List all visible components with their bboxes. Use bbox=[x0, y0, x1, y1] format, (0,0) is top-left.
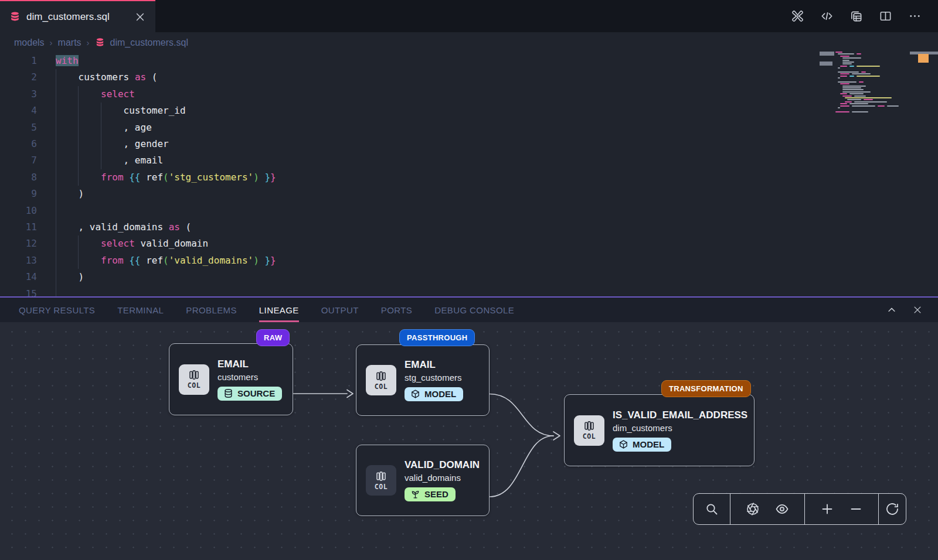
line-number: 5 bbox=[0, 119, 37, 136]
column-type-box: COL bbox=[179, 364, 209, 395]
toolbar-group bbox=[694, 494, 730, 524]
lineage-badge-passthrough: PASSTHROUGH bbox=[399, 329, 475, 346]
ide-window: dim_customers.sql models›marts›dim_custo… bbox=[0, 0, 938, 560]
line-numbers: 123456789101112131415 bbox=[0, 53, 37, 296]
breadcrumb-file[interactable]: dim_customers.sql bbox=[110, 37, 188, 48]
column-type-label: COL bbox=[375, 383, 388, 391]
close-icon[interactable] bbox=[912, 305, 923, 315]
line-number: 11 bbox=[0, 219, 37, 235]
node-column-name: IS_VALID_EMAIL_ADDRESS bbox=[613, 409, 747, 421]
line-number: 4 bbox=[0, 103, 37, 119]
zoom-out-button[interactable] bbox=[849, 502, 863, 516]
node-type-label: SEED bbox=[424, 489, 448, 499]
line-number: 13 bbox=[0, 252, 37, 269]
toolbar-group bbox=[730, 494, 804, 524]
editor-tabbar: dim_customers.sql bbox=[0, 0, 938, 32]
code-line: ) bbox=[56, 186, 276, 202]
lineage-toolbar bbox=[693, 493, 906, 525]
overview-ruler-marker bbox=[918, 54, 929, 63]
node-type-pill-seed: SEED bbox=[405, 487, 456, 501]
column-type-label: COL bbox=[188, 381, 200, 390]
cube-icon bbox=[618, 439, 628, 449]
edge-stg_customers-to-dim_customers bbox=[490, 394, 553, 436]
lineage-badge-transformation: TRANSFORMATION bbox=[661, 380, 751, 397]
tab-dim-customers-sql[interactable]: dim_customers.sql bbox=[0, 0, 155, 32]
more-icon[interactable] bbox=[908, 9, 922, 23]
indent-guide bbox=[78, 235, 79, 269]
lineage-node-customers[interactable]: COLEMAILcustomersSOURCE bbox=[169, 343, 293, 415]
column-type-box: COL bbox=[366, 365, 396, 395]
code-line bbox=[56, 203, 276, 219]
code-line: , age bbox=[56, 119, 276, 136]
panel-tab-problems[interactable]: PROBLEMS bbox=[186, 298, 237, 322]
panel-tab-ports[interactable]: PORTS bbox=[381, 298, 412, 322]
toolbar-group bbox=[804, 494, 878, 524]
database-icon bbox=[9, 11, 21, 22]
edge-arrowhead-dim_customers bbox=[553, 432, 560, 440]
line-number: 1 bbox=[0, 53, 37, 69]
line-number: 9 bbox=[0, 186, 37, 202]
panel-tab-terminal[interactable]: TERMINAL bbox=[117, 298, 164, 322]
panel-tab-debug-console[interactable]: DEBUG CONSOLE bbox=[434, 298, 514, 322]
lineage-node-dim_customers[interactable]: COLIS_VALID_EMAIL_ADDRESSdim_customersMO… bbox=[564, 394, 755, 466]
tab-title: dim_customers.sql bbox=[26, 11, 128, 23]
indent-guide bbox=[78, 86, 79, 186]
columns-icon bbox=[188, 369, 200, 381]
minimap[interactable] bbox=[835, 52, 900, 113]
query-results-table-icon[interactable] bbox=[849, 9, 863, 23]
toolbar-group bbox=[878, 494, 906, 524]
line-number: 8 bbox=[0, 169, 37, 186]
column-type-box: COL bbox=[366, 465, 396, 496]
code-lines: with customers as ( select customer_id ,… bbox=[56, 53, 276, 296]
node-type-pill-model: MODEL bbox=[613, 438, 671, 452]
node-type-pill-source: SOURCE bbox=[217, 387, 282, 401]
line-number: 7 bbox=[0, 152, 37, 169]
breadcrumb: models›marts›dim_customers.sql bbox=[0, 32, 938, 53]
column-type-label: COL bbox=[583, 432, 596, 441]
refresh-button[interactable] bbox=[885, 502, 899, 516]
split-editor-icon[interactable] bbox=[879, 9, 892, 23]
bottom-panel-tabs: QUERY RESULTSTERMINALPROBLEMSLINEAGEOUTP… bbox=[0, 296, 938, 322]
edge-valid_domains-to-dim_customers bbox=[490, 436, 553, 497]
code-line bbox=[56, 285, 276, 296]
node-table-name: stg_customers bbox=[405, 373, 463, 383]
columns-icon bbox=[583, 420, 595, 432]
zoom-in-button[interactable] bbox=[820, 502, 834, 516]
indent-guide bbox=[101, 103, 101, 169]
seedling-icon bbox=[410, 489, 420, 499]
eye-button[interactable] bbox=[775, 502, 789, 516]
lineage-badge-raw: RAW bbox=[256, 329, 290, 346]
dbt-logo-icon[interactable] bbox=[791, 9, 804, 23]
code-line: from {{ ref('valid_domains') }} bbox=[56, 252, 276, 269]
cube-icon bbox=[410, 389, 420, 399]
breadcrumb-item[interactable]: marts bbox=[58, 37, 81, 48]
node-column-name: EMAIL bbox=[405, 359, 463, 371]
line-number: 2 bbox=[0, 69, 37, 86]
panel-actions bbox=[886, 298, 938, 322]
node-type-label: MODEL bbox=[424, 389, 456, 399]
breadcrumb-separator: › bbox=[87, 37, 90, 47]
lineage-canvas[interactable]: COLEMAILcustomersSOURCERAWCOLEMAILstg_cu… bbox=[0, 322, 938, 560]
panel-tab-lineage[interactable]: LINEAGE bbox=[259, 298, 299, 322]
search-button[interactable] bbox=[705, 502, 719, 516]
panel-tab-output[interactable]: OUTPUT bbox=[321, 298, 359, 322]
minimap-match-marker bbox=[820, 62, 832, 66]
edge-arrowhead-stg_customers bbox=[347, 390, 353, 398]
panel-tab-query-results[interactable]: QUERY RESULTS bbox=[19, 298, 95, 322]
code-icon[interactable] bbox=[820, 9, 834, 23]
code-line: , gender bbox=[56, 136, 276, 152]
breadcrumb-item[interactable]: models bbox=[14, 37, 45, 48]
code-editor[interactable]: 123456789101112131415 with customers as … bbox=[0, 53, 938, 296]
close-icon[interactable] bbox=[134, 11, 146, 23]
breadcrumb-separator: › bbox=[50, 37, 53, 47]
aperture-button[interactable] bbox=[746, 502, 760, 516]
line-number: 14 bbox=[0, 269, 37, 285]
code-line: ) bbox=[56, 269, 276, 285]
line-number: 15 bbox=[0, 286, 37, 296]
lineage-node-stg_customers[interactable]: COLEMAILstg_customersMODEL bbox=[356, 344, 490, 416]
lineage-node-valid_domains[interactable]: COLVALID_DOMAINvalid_domainsSEED bbox=[356, 445, 490, 516]
column-type-box: COL bbox=[574, 415, 604, 446]
database-icon bbox=[223, 388, 233, 398]
chevron-up-icon[interactable] bbox=[886, 305, 897, 315]
node-table-name: valid_domains bbox=[405, 473, 480, 483]
